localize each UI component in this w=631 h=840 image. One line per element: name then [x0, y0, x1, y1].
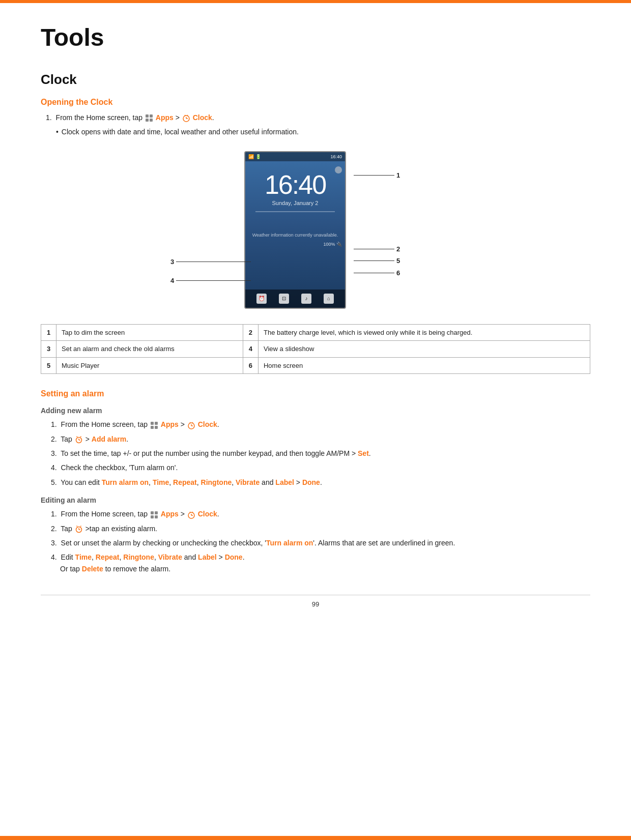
alarm-icon-2	[74, 525, 83, 534]
page-content: Tools Clock Opening the Clock 1. From th…	[0, 3, 631, 639]
svg-line-30	[190, 512, 190, 512]
adding-step-5: 5. You can edit Turn alarm on, Time, Rep…	[51, 477, 590, 488]
phone-date: Sunday, January 2	[245, 200, 345, 206]
desc-cell-4: View a slideshow	[258, 341, 590, 358]
svg-rect-0	[146, 114, 149, 118]
adding-step-2: 2. Tap > Add alarm.	[51, 433, 590, 445]
phone-status-bar: 📶 🔋 16:40	[245, 152, 345, 161]
phone-display: 📶 🔋 16:40 16:40 Sunday, January 2 Weathe…	[244, 151, 346, 309]
callout-5: 5	[354, 257, 400, 265]
opening-steps: 1. From the Home screen, tap Apps >	[41, 112, 590, 123]
callout-table: 1 Tap to dim the screen 2 The battery ch…	[41, 324, 590, 374]
desc-cell-1: Tap to dim the screen	[56, 324, 243, 341]
svg-line-7	[185, 115, 185, 115]
svg-rect-24	[155, 511, 158, 514]
callout-6: 6	[354, 269, 400, 277]
adding-step-3: 3. To set the time, tap +/- or put the n…	[51, 448, 590, 459]
desc-cell-5: Music Player	[56, 357, 243, 374]
num-cell-4: 4	[243, 341, 258, 358]
svg-line-21	[76, 436, 77, 437]
adding-step-4: 4. Check the checkbox, 'Turn alarm on'.	[51, 462, 590, 473]
music-bottom-icon: ♪	[301, 294, 311, 304]
desc-cell-2: The battery charge level, which is viewe…	[258, 324, 590, 341]
phone-screenshot: 📶 🔋 16:40 16:40 Sunday, January 2 Weathe…	[244, 151, 346, 309]
opening-step-1: 1. From the Home screen, tap Apps >	[46, 112, 590, 123]
svg-rect-26	[155, 515, 158, 518]
setting-alarm-subtitle: Setting an alarm	[41, 389, 590, 398]
page-title: Tools	[41, 23, 590, 51]
adding-steps: 1. From the Home screen, tap Apps >	[41, 419, 590, 488]
num-cell-3: 3	[41, 341, 56, 358]
editing-step-2: 2. Tap >tap an existing alarm.	[51, 523, 590, 534]
svg-rect-2	[146, 119, 149, 122]
num-cell-2: 2	[243, 324, 258, 341]
apps-icon-3	[150, 510, 159, 519]
clock-section-title: Clock	[41, 72, 590, 88]
adding-step-1: 1. From the Home screen, tap Apps >	[51, 419, 590, 430]
svg-rect-9	[151, 422, 154, 425]
svg-line-22	[80, 436, 81, 437]
opening-clock-subtitle: Opening the Clock	[41, 98, 590, 107]
callout-3: 3	[170, 258, 251, 266]
phone-time-display: 16:40 Sunday, January 2	[245, 161, 345, 212]
svg-rect-3	[150, 119, 153, 122]
adding-alarm-sub: Adding new alarm	[41, 407, 590, 415]
phone-bottom-bar: ⏰ ⊡ ♪ ⌂	[245, 289, 345, 308]
phone-battery: 100% 🔌	[245, 242, 345, 247]
svg-line-8	[187, 115, 188, 115]
svg-rect-1	[150, 114, 153, 118]
num-cell-1: 1	[41, 324, 56, 341]
editing-step-1: 1. From the Home screen, tap Apps >	[51, 508, 590, 519]
phone-weather: Weather information currently unavailabl…	[245, 233, 345, 238]
alarm-bottom-icon: ⏰	[256, 294, 267, 304]
desc-cell-3: Set an alarm and check the old alarms	[56, 341, 243, 358]
phone-time-big: 16:40	[245, 171, 345, 198]
svg-line-16	[190, 422, 190, 423]
svg-line-17	[192, 422, 193, 423]
clock-icon-inline	[182, 113, 191, 123]
clock-icon-2	[187, 421, 196, 430]
svg-rect-11	[151, 426, 154, 429]
page-footer: 99	[41, 595, 590, 608]
page-number: 99	[312, 600, 319, 608]
opening-bullet-1: Clock opens with date and time, local we…	[56, 126, 590, 137]
callout-container: 📶 🔋 16:40 16:40 Sunday, January 2 Weathe…	[142, 146, 489, 319]
table-row: 5 Music Player 6 Home screen	[41, 357, 590, 374]
editing-step-3: 3. Set or unset the alarm by checking or…	[51, 537, 590, 548]
svg-rect-10	[155, 422, 158, 425]
editing-steps: 1. From the Home screen, tap Apps >	[41, 508, 590, 574]
svg-rect-23	[151, 511, 154, 514]
svg-line-35	[76, 526, 77, 527]
dim-dot	[335, 166, 342, 173]
callout-1: 1	[354, 171, 400, 179]
num-cell-5: 5	[41, 357, 56, 374]
table-row: 3 Set an alarm and check the old alarms …	[41, 341, 590, 358]
clock-icon-3	[187, 510, 196, 519]
table-row: 1 Tap to dim the screen 2 The battery ch…	[41, 324, 590, 341]
editing-alarm-sub: Editing an alarm	[41, 496, 590, 504]
svg-line-36	[80, 526, 81, 527]
svg-rect-12	[155, 426, 158, 429]
desc-cell-6: Home screen	[258, 357, 590, 374]
callout-area: 📶 🔋 16:40 16:40 Sunday, January 2 Weathe…	[41, 146, 590, 319]
callout-2: 2	[354, 245, 400, 253]
svg-line-31	[192, 512, 193, 512]
clock2-bottom-icon: ⊡	[279, 294, 289, 304]
apps-icon-2	[150, 421, 159, 430]
apps-icon	[145, 113, 154, 123]
opening-bullets: Clock opens with date and time, local we…	[41, 126, 590, 137]
home-bottom-icon: ⌂	[324, 294, 334, 304]
bottom-orange-bar	[0, 836, 631, 840]
svg-rect-25	[151, 515, 154, 518]
editing-step-4: 4. Edit Time, Repeat, Ringtone, Vibrate …	[51, 552, 590, 574]
num-cell-6: 6	[243, 357, 258, 374]
callout-4: 4	[170, 277, 251, 284]
alarm-icon-inline	[74, 435, 83, 444]
